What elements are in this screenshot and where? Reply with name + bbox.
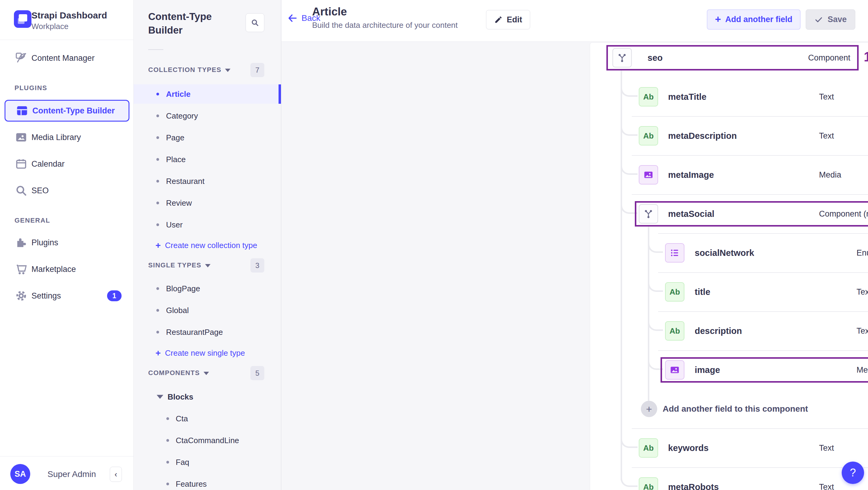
user-avatar[interactable]: SA [10,464,30,484]
sidebar-item-content-type-builder[interactable]: Content-Type Builder [4,100,129,122]
help-button[interactable]: ? [842,462,864,484]
sidebar-item-restaurant[interactable]: Restaurant [134,172,281,191]
field-row-metarobots: Ab metaRobots Text [590,467,868,490]
workspace-subtitle: Workplace [31,22,68,31]
field-row-image: image Media [590,350,868,390]
sidebar-collapse-button[interactable]: ‹ [110,467,122,482]
sidebar-item-user[interactable]: User [134,215,281,235]
sidebar-item-ctacommandline[interactable]: CtaCommandLine [134,431,281,450]
bullet-icon [156,202,159,205]
text-field-icon: Ab [665,282,684,302]
ctb-sidebar-title: Content-Type Builder [148,10,233,37]
add-component-field-row[interactable]: + Add another field to this component [590,392,868,426]
sidebar-item-cta[interactable]: Cta [134,409,281,428]
chevron-down-icon [225,69,230,72]
sidebar-item-place[interactable]: Place [134,150,281,169]
single-types-count: 3 [250,258,264,273]
plus-icon: + [715,13,721,25]
sidebar-item-label: Marketplace [31,265,76,274]
sidebar-item-calendar[interactable]: Calendar [0,151,134,177]
field-row-metatitle: Ab metaTitle Text [590,77,868,117]
divider [148,49,163,50]
field-row-metasocial: metaSocial Component (repeatable) [590,194,868,234]
add-component-field-label[interactable]: Add another field to this component [663,404,808,414]
sidebar-item-faq[interactable]: Faq [134,453,281,472]
bullet-icon [166,418,169,420]
workspace-switcher[interactable]: Strapi Dashboard Workplace [0,0,133,40]
sidebar-item-media-library[interactable]: Media Library [0,124,134,151]
create-collection-type-link[interactable]: + Create new collection type [155,238,257,253]
bullet-icon [156,115,159,117]
single-types-header[interactable]: SINGLE TYPES [148,261,211,269]
text-field-icon: Ab [639,438,658,458]
bullet-icon [156,223,159,226]
add-another-field-button[interactable]: + Add another field [707,9,801,30]
bullet-icon [166,439,169,442]
sidebar-item-label: Plugins [31,238,58,247]
sidebar-section-plugins: PLUGINS [14,84,47,92]
search-button[interactable] [246,13,264,32]
bullet-icon [156,331,159,334]
bullet-icon [156,309,159,312]
field-row-metadescription: Ab metaDescription Text [590,116,868,155]
sidebar-item-features[interactable]: Features [134,474,281,490]
media-field-icon [639,165,658,184]
text-field-icon: Ab [639,87,658,106]
chevron-down-icon [205,264,211,267]
annotation-number-1: 1 [864,49,868,64]
chevron-down-icon [204,372,209,375]
user-name: Super Admin [48,469,96,479]
field-row-description: Ab description Text [590,311,868,350]
bullet-icon [166,461,169,464]
workspace-title: Strapi Dashboard [31,10,107,21]
page-header: Back Article Build the data architecture… [282,0,868,42]
sidebar-item-article[interactable]: Article [134,84,281,104]
collection-types-header[interactable]: COLLECTION TYPES [148,66,230,74]
field-row-metaimage: metaImage Media [590,155,868,194]
component-field-icon [639,204,658,223]
save-button[interactable]: Save [806,9,855,30]
calendar-icon [14,157,28,171]
media-field-icon [665,360,684,379]
bullet-icon [166,483,169,486]
sidebar-item-marketplace[interactable]: Marketplace [0,256,134,282]
create-single-type-link[interactable]: + Create new single type [155,345,245,361]
components-header[interactable]: COMPONENTS [148,369,209,377]
edit-button[interactable]: Edit [486,10,530,29]
main-content: Back Article Build the data architecture… [282,0,868,490]
component-group-blocks[interactable]: Blocks [134,387,281,406]
plus-circle-icon[interactable]: + [641,401,657,417]
sidebar-item-content-manager[interactable]: Content Manager [0,45,134,71]
content-type-builder-sidebar: Content-Type Builder COLLECTION TYPES 7 … [134,0,281,490]
sidebar-item-label: Calendar [31,159,65,169]
sidebar-item-page[interactable]: Page [134,128,281,147]
layout-grid-icon [16,104,29,117]
bullet-icon [156,136,159,139]
field-row-seo: seo Component [590,38,868,78]
sidebar-item-plugins[interactable]: Plugins [0,229,134,256]
enumeration-field-icon [665,243,684,263]
text-field-icon: Ab [639,126,658,146]
sidebar-item-global[interactable]: Global [134,301,281,320]
field-row-socialnetwork: socialNetwork Enumeration [590,233,868,273]
sidebar-item-review[interactable]: Review [134,193,281,213]
sidebar-divider [0,456,134,456]
picture-icon [14,131,28,144]
strapi-app: Strapi Dashboard Workplace Content Manag… [0,0,868,490]
sidebar-item-restaurantpage[interactable]: RestaurantPage [134,323,281,342]
bullet-icon [156,93,159,96]
pencil-icon [494,16,503,24]
check-icon [814,15,823,24]
chevron-down-icon [157,395,163,399]
sidebar-item-category[interactable]: Category [134,106,281,125]
search-icon [14,184,28,197]
text-field-icon: Ab [639,477,658,490]
plus-icon: + [155,348,161,358]
components-count: 5 [250,366,264,380]
bullet-icon [156,158,159,161]
sidebar-item-blogpage[interactable]: BlogPage [134,279,281,298]
sidebar-item-label: SEO [31,186,49,195]
sidebar-item-seo[interactable]: SEO [0,177,134,204]
page-title: Article [312,5,347,18]
sidebar-item-settings[interactable]: Settings 1 [0,282,134,309]
